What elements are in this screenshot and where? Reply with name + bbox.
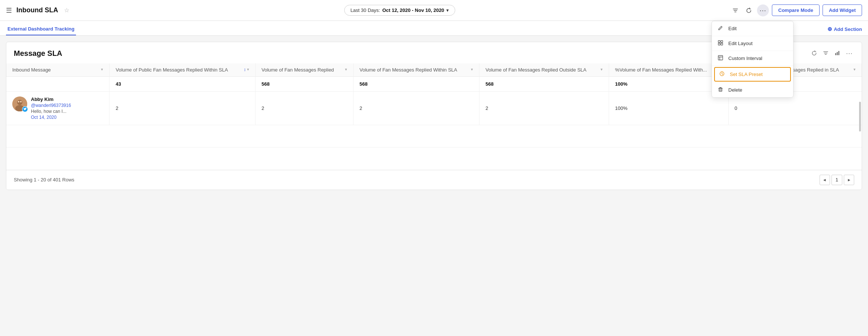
svg-point-18 <box>20 101 22 102</box>
set-sla-preset-icon <box>719 71 726 77</box>
user-cell: Abby Kim @wanderl96373916 Hello, how can… <box>6 92 110 125</box>
top-navigation: ☰ Inbound SLA ☆ Last 30 Days: Oct 12, 20… <box>0 0 868 21</box>
row-col4: 2 <box>479 92 609 125</box>
dropdown-menu: Edit Edit Layout Custom Interval Set SLA… <box>712 21 793 98</box>
add-section-label: Add Section <box>834 26 862 32</box>
date-range-value: Oct 12, 2020 - Nov 10, 2020 <box>382 7 444 13</box>
row-col1: 2 <box>110 92 255 125</box>
summary-label <box>6 77 110 92</box>
widget-actions: ··· <box>810 48 854 59</box>
col-chevron-outside-sla[interactable]: ▾ <box>601 67 603 72</box>
col-pct-vol: %Volume of Fan Messages Replied With... … <box>609 63 729 77</box>
nav-left: ☰ Inbound SLA ☆ <box>6 6 69 15</box>
tab-external-dashboard-tracking[interactable]: External Dashboard Tracking <box>6 23 76 35</box>
dropdown-delete-label: Delete <box>728 87 742 93</box>
dropdown-item-custom-interval[interactable]: Custom Interval <box>712 51 793 66</box>
col-chevron-inbound[interactable]: ▾ <box>101 67 103 72</box>
star-icon[interactable]: ☆ <box>64 7 69 14</box>
filter-icon-button[interactable] <box>730 5 741 16</box>
widget-chart-button[interactable] <box>833 49 842 58</box>
svg-rect-1 <box>721 41 723 42</box>
svg-rect-3 <box>721 43 723 45</box>
dropdown-item-set-sla-preset[interactable]: Set SLA Preset <box>714 67 791 82</box>
pagination: ◂ 1 ▸ <box>820 175 854 185</box>
dropdown-item-edit[interactable]: Edit <box>712 21 793 36</box>
col-chevron-within-sla[interactable]: ▾ <box>471 67 473 72</box>
user-handle[interactable]: @wanderl96373916 <box>31 103 71 108</box>
widget-filter-button[interactable] <box>821 49 830 58</box>
custom-interval-icon <box>718 55 725 61</box>
summary-col4: 568 <box>479 77 609 92</box>
dropdown-custom-interval-label: Custom Interval <box>728 56 762 61</box>
table-row-empty-1 <box>6 125 862 148</box>
summary-col3: 568 <box>353 77 479 92</box>
svg-rect-2 <box>718 43 720 45</box>
row-col5: 100% <box>609 92 729 125</box>
plus-circle-icon: ⊕ <box>827 26 832 32</box>
prev-page-button[interactable]: ◂ <box>820 175 830 185</box>
twitter-badge <box>22 106 28 112</box>
col-inbound-message: Inbound Message ▾ <box>6 63 110 77</box>
svg-point-17 <box>18 101 19 102</box>
table-row-empty-2 <box>6 148 862 170</box>
col-sort-public[interactable]: ↕ <box>244 67 246 72</box>
col-chevron-public[interactable]: ▾ <box>247 67 249 72</box>
col-chevron-fan-replied[interactable]: ▾ <box>345 67 347 72</box>
hamburger-icon[interactable]: ☰ <box>6 6 12 15</box>
nav-right: ··· Compare Mode Add Widget <box>730 4 862 16</box>
dropdown-edit-layout-label: Edit Layout <box>728 41 753 46</box>
chevron-down-icon: ▾ <box>446 7 449 13</box>
col-vol-fan-within-sla: Volume of Fan Messages Replied Within SL… <box>353 63 479 77</box>
compare-mode-button[interactable]: Compare Mode <box>772 4 820 16</box>
summary-col2: 568 <box>255 77 353 92</box>
refresh-icon <box>746 7 752 13</box>
row-col3: 2 <box>353 92 479 125</box>
summary-col1: 43 <box>110 77 255 92</box>
widget-more-button[interactable]: ··· <box>845 48 854 59</box>
next-page-button[interactable]: ▸ <box>844 175 854 185</box>
col-chevron-private[interactable]: ▾ <box>853 67 856 72</box>
showing-rows-text: Showing 1 - 20 of 401 Rows <box>14 177 75 183</box>
table-footer: Showing 1 - 20 of 401 Rows ◂ 1 ▸ <box>6 170 862 190</box>
user-message-preview: Hello, how can I... <box>31 109 71 114</box>
filter-icon <box>732 7 738 13</box>
user-info: Abby Kim @wanderl96373916 Hello, how can… <box>31 96 71 120</box>
svg-rect-0 <box>718 41 720 42</box>
page-title: Inbound SLA <box>16 6 58 14</box>
user-name: Abby Kim <box>31 96 71 102</box>
edit-layout-icon <box>718 40 725 47</box>
date-range-label: Last 30 Days: <box>351 7 380 13</box>
edit-icon <box>718 25 725 32</box>
row-col2: 2 <box>255 92 353 125</box>
summary-col5: 100% <box>609 77 729 92</box>
dropdown-item-edit-layout[interactable]: Edit Layout <box>712 36 793 51</box>
widget-refresh-button[interactable] <box>810 49 818 58</box>
svg-rect-4 <box>718 56 723 60</box>
nav-center: Last 30 Days: Oct 12, 2020 - Nov 10, 202… <box>69 5 730 16</box>
svg-rect-13 <box>838 51 839 55</box>
svg-rect-12 <box>837 52 838 55</box>
scrollbar-indicator[interactable] <box>859 102 861 131</box>
more-options-button[interactable]: ··· <box>757 4 769 16</box>
svg-rect-11 <box>835 53 836 55</box>
dropdown-item-delete[interactable]: Delete <box>712 83 793 97</box>
refresh-icon-button[interactable] <box>744 5 754 16</box>
delete-icon <box>718 87 725 93</box>
current-page: 1 <box>831 175 842 185</box>
user-date[interactable]: Oct 14, 2020 <box>31 115 71 120</box>
widget-title: Message SLA <box>14 49 62 58</box>
dropdown-set-sla-preset-label: Set SLA Preset <box>730 72 763 77</box>
col-vol-fan-replied: Volume of Fan Messages Replied ▾ <box>255 63 353 77</box>
col-vol-fan-outside-sla: Volume of Fan Messages Replied Outside S… <box>479 63 609 77</box>
more-dots-icon: ··· <box>760 7 766 14</box>
dropdown-edit-label: Edit <box>728 26 736 31</box>
add-section-button[interactable]: ⊕ Add Section <box>827 26 862 35</box>
avatar-wrap <box>12 96 27 111</box>
svg-rect-8 <box>719 88 722 91</box>
add-widget-button[interactable]: Add Widget <box>823 4 862 16</box>
date-range-button[interactable]: Last 30 Days: Oct 12, 2020 - Nov 10, 202… <box>344 5 456 16</box>
col-vol-public: Volume of Public Fan Messages Replied Wi… <box>110 63 255 77</box>
svg-point-15 <box>17 100 22 105</box>
